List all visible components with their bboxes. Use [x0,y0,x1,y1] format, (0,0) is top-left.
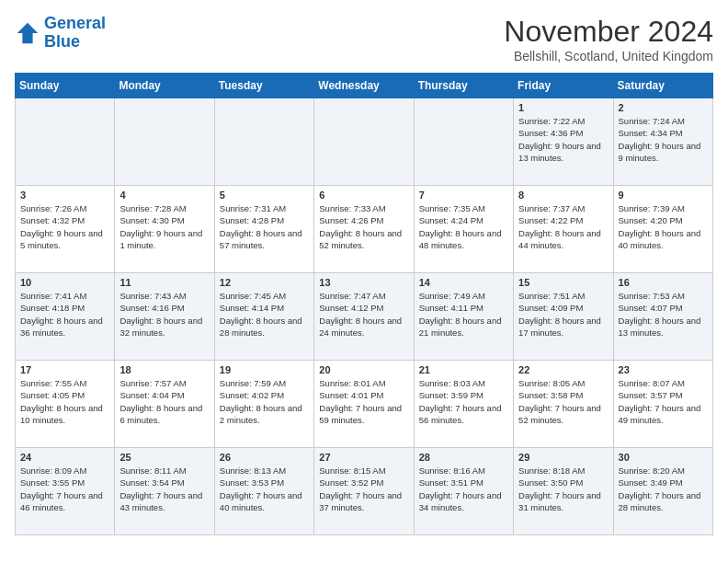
day-info: Sunrise: 8:05 AM Sunset: 3:58 PM Dayligh… [518,377,608,426]
day-number: 12 [220,277,309,288]
day-number: 13 [319,277,408,288]
day-number: 4 [119,190,209,201]
day-cell [115,98,214,186]
day-info: Sunrise: 7:41 AM Sunset: 4:18 PM Dayligh… [20,290,109,339]
location: Bellshill, Scotland, United Kingdom [504,49,713,63]
week-row-3: 17Sunrise: 7:55 AM Sunset: 4:05 PM Dayli… [16,361,713,448]
day-info: Sunrise: 8:16 AM Sunset: 3:51 PM Dayligh… [419,465,508,513]
day-info: Sunrise: 8:15 AM Sunset: 3:52 PM Dayligh… [319,465,408,513]
day-number: 1 [518,102,608,113]
week-row-4: 24Sunrise: 8:09 AM Sunset: 3:55 PM Dayli… [16,448,713,535]
day-cell: 12Sunrise: 7:45 AM Sunset: 4:14 PM Dayli… [214,273,313,361]
day-cell: 8Sunrise: 7:37 AM Sunset: 4:22 PM Daylig… [514,186,613,273]
header-monday: Monday [115,74,214,98]
header-thursday: Thursday [414,74,513,98]
day-number: 20 [319,364,408,375]
day-info: Sunrise: 7:49 AM Sunset: 4:11 PM Dayligh… [419,290,508,339]
header-sunday: Sunday [16,74,115,98]
day-cell: 23Sunrise: 8:07 AM Sunset: 3:57 PM Dayli… [613,361,712,448]
day-cell: 16Sunrise: 7:53 AM Sunset: 4:07 PM Dayli… [613,273,712,361]
day-info: Sunrise: 7:37 AM Sunset: 4:22 PM Dayligh… [518,202,608,251]
day-cell: 25Sunrise: 8:11 AM Sunset: 3:54 PM Dayli… [115,448,214,535]
logo: General Blue [15,15,106,52]
day-number: 15 [518,277,608,288]
day-info: Sunrise: 7:47 AM Sunset: 4:12 PM Dayligh… [319,290,408,339]
day-info: Sunrise: 7:45 AM Sunset: 4:14 PM Dayligh… [220,290,309,339]
day-number: 26 [220,452,309,463]
day-cell: 1Sunrise: 7:22 AM Sunset: 4:36 PM Daylig… [514,98,613,186]
day-cell: 28Sunrise: 8:16 AM Sunset: 3:51 PM Dayli… [414,448,513,535]
day-info: Sunrise: 8:01 AM Sunset: 4:01 PM Dayligh… [319,377,408,426]
day-number: 3 [20,190,109,201]
day-cell: 9Sunrise: 7:39 AM Sunset: 4:20 PM Daylig… [613,186,712,273]
day-info: Sunrise: 7:53 AM Sunset: 4:07 PM Dayligh… [619,290,708,339]
day-cell: 21Sunrise: 8:03 AM Sunset: 3:59 PM Dayli… [414,361,513,448]
day-cell: 30Sunrise: 8:20 AM Sunset: 3:49 PM Dayli… [613,448,712,535]
header-wednesday: Wednesday [314,74,414,98]
week-row-0: 1Sunrise: 7:22 AM Sunset: 4:36 PM Daylig… [16,98,713,186]
day-info: Sunrise: 8:18 AM Sunset: 3:50 PM Dayligh… [518,465,608,513]
day-cell: 22Sunrise: 8:05 AM Sunset: 3:58 PM Dayli… [514,361,613,448]
day-number: 2 [619,102,708,113]
day-cell: 27Sunrise: 8:15 AM Sunset: 3:52 PM Dayli… [314,448,414,535]
header-area: General Blue November 2024 Bellshill, Sc… [15,15,713,63]
day-number: 9 [619,190,708,201]
day-number: 16 [619,277,708,288]
header-row: SundayMondayTuesdayWednesdayThursdayFrid… [16,74,713,98]
day-cell: 11Sunrise: 7:43 AM Sunset: 4:16 PM Dayli… [115,273,214,361]
day-info: Sunrise: 7:51 AM Sunset: 4:09 PM Dayligh… [518,290,608,339]
day-cell [414,98,513,186]
day-cell: 6Sunrise: 7:33 AM Sunset: 4:26 PM Daylig… [314,186,414,273]
day-info: Sunrise: 8:09 AM Sunset: 3:55 PM Dayligh… [20,465,109,513]
day-info: Sunrise: 7:35 AM Sunset: 4:24 PM Dayligh… [419,202,508,251]
day-info: Sunrise: 7:55 AM Sunset: 4:05 PM Dayligh… [20,377,109,426]
day-cell: 13Sunrise: 7:47 AM Sunset: 4:12 PM Dayli… [314,273,414,361]
day-info: Sunrise: 8:20 AM Sunset: 3:49 PM Dayligh… [619,465,708,513]
logo-icon [15,20,40,46]
day-cell: 3Sunrise: 7:26 AM Sunset: 4:32 PM Daylig… [16,186,115,273]
header-saturday: Saturday [613,74,712,98]
day-number: 18 [119,364,209,375]
day-number: 11 [119,277,209,288]
day-cell: 14Sunrise: 7:49 AM Sunset: 4:11 PM Dayli… [414,273,513,361]
logo-general: General [44,14,106,32]
day-number: 28 [419,452,508,463]
day-number: 29 [518,452,608,463]
day-number: 21 [419,364,508,375]
week-row-1: 3Sunrise: 7:26 AM Sunset: 4:32 PM Daylig… [16,186,713,273]
day-number: 30 [619,452,708,463]
day-number: 10 [20,277,109,288]
day-info: Sunrise: 7:59 AM Sunset: 4:02 PM Dayligh… [220,377,309,426]
day-cell: 24Sunrise: 8:09 AM Sunset: 3:55 PM Dayli… [16,448,115,535]
day-info: Sunrise: 8:03 AM Sunset: 3:59 PM Dayligh… [419,377,508,426]
day-info: Sunrise: 7:39 AM Sunset: 4:20 PM Dayligh… [619,202,708,251]
day-number: 25 [119,452,209,463]
week-row-2: 10Sunrise: 7:41 AM Sunset: 4:18 PM Dayli… [16,273,713,361]
header-friday: Friday [514,74,613,98]
day-number: 7 [419,190,508,201]
day-info: Sunrise: 8:11 AM Sunset: 3:54 PM Dayligh… [119,465,209,513]
day-info: Sunrise: 7:22 AM Sunset: 4:36 PM Dayligh… [518,115,608,164]
day-cell [214,98,313,186]
day-cell: 26Sunrise: 8:13 AM Sunset: 3:53 PM Dayli… [214,448,313,535]
day-number: 27 [319,452,408,463]
day-cell: 2Sunrise: 7:24 AM Sunset: 4:34 PM Daylig… [613,98,712,186]
day-number: 23 [619,364,708,375]
day-cell [16,98,115,186]
day-cell: 29Sunrise: 8:18 AM Sunset: 3:50 PM Dayli… [514,448,613,535]
day-info: Sunrise: 7:33 AM Sunset: 4:26 PM Dayligh… [319,202,408,251]
svg-marker-0 [17,23,38,43]
day-info: Sunrise: 8:13 AM Sunset: 3:53 PM Dayligh… [220,465,309,513]
day-number: 14 [419,277,508,288]
day-number: 8 [518,190,608,201]
day-cell: 10Sunrise: 7:41 AM Sunset: 4:18 PM Dayli… [16,273,115,361]
day-info: Sunrise: 7:43 AM Sunset: 4:16 PM Dayligh… [119,290,209,339]
day-info: Sunrise: 8:07 AM Sunset: 3:57 PM Dayligh… [619,377,708,426]
month-title: November 2024 [504,15,713,49]
day-number: 24 [20,452,109,463]
day-cell: 4Sunrise: 7:28 AM Sunset: 4:30 PM Daylig… [115,186,214,273]
day-cell: 17Sunrise: 7:55 AM Sunset: 4:05 PM Dayli… [16,361,115,448]
day-number: 5 [220,190,309,201]
day-number: 17 [20,364,109,375]
logo-text: General Blue [44,15,106,52]
